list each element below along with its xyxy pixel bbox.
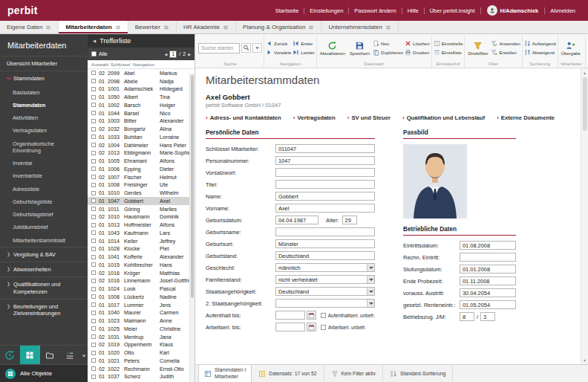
row-checkbox[interactable] xyxy=(91,159,96,164)
toolbar-button-direktfilter[interactable]: Direktfilter xyxy=(466,40,489,56)
input-vorsatzwort[interactable] xyxy=(275,168,375,177)
list-item[interactable]: 011024LookPascal xyxy=(88,285,189,293)
sidebar-item-qualifikationen-und-kompetenzen[interactable]: ❯Qualifikationen und Kompetenzen xyxy=(0,276,88,299)
toolbar-button-duplizieren[interactable]: Duplizieren xyxy=(373,49,403,56)
list-item[interactable]: 011010GerdesWilhelm xyxy=(88,189,189,197)
row-checkbox[interactable] xyxy=(91,326,96,331)
sidebar-item-geburtstagsliste[interactable]: Geburtstagsliste xyxy=(0,195,88,208)
statusbar-tab[interactable]: Stammdaten I Mitarbeiter xyxy=(198,365,252,382)
row-checkbox[interactable] xyxy=(91,366,96,371)
row-checkbox[interactable] xyxy=(91,103,96,107)
list-item[interactable]: 011028KlockePiet xyxy=(88,245,189,253)
record-nav-link-vertragsdaten[interactable]: ›Vertragsdaten xyxy=(293,114,336,121)
toolbar-button-übergabe[interactable]: Übergabe xyxy=(560,40,582,56)
row-checkbox[interactable] xyxy=(91,166,96,171)
row-checkbox[interactable] xyxy=(91,334,96,339)
header-link-startseite[interactable]: Startseite xyxy=(270,7,305,14)
input-betriebszug-j-m-1[interactable]: 8 xyxy=(460,312,474,321)
list-item[interactable]: 011040MaurerCarmen xyxy=(88,309,189,317)
list-item[interactable]: 021031MentrupJana xyxy=(88,333,189,341)
row-checkbox[interactable] xyxy=(91,135,96,139)
input-stufungsdatum[interactable]: 01.01.2008 xyxy=(460,265,516,273)
row-checkbox[interactable] xyxy=(91,198,96,203)
list-item[interactable]: 021007FischerHelmut xyxy=(88,173,189,181)
scroll-down-icon[interactable]: ▼ xyxy=(583,357,587,363)
search-input[interactable] xyxy=(198,43,240,54)
collapse-panel-icon[interactable]: ◀ xyxy=(93,39,96,43)
select-staatsangehörigkeit[interactable]: Deutschland xyxy=(275,287,375,296)
row-checkbox[interactable] xyxy=(91,127,96,132)
input-geburtsname[interactable] xyxy=(275,227,375,236)
tab-planung-organisation[interactable]: Planung & Organisation xyxy=(236,21,322,33)
search-options-caret[interactable] xyxy=(252,43,262,53)
filter-status[interactable]: Kein Filter aktiv xyxy=(324,365,383,382)
record-nav-link-qualifikation-und-lebenslauf[interactable]: ›Qualifikation und Lebenslauf xyxy=(402,114,485,121)
toolbar-button-speichern[interactable]: Speichern xyxy=(348,40,371,56)
row-checkbox[interactable] xyxy=(91,71,96,75)
row-checkbox[interactable] xyxy=(91,239,96,243)
row-checkbox[interactable] xyxy=(91,287,96,291)
row-checkbox[interactable] xyxy=(91,87,96,91)
prev-page-icon[interactable]: ◀ xyxy=(164,52,167,56)
input-ende-probezeit[interactable]: 01.11.2008 xyxy=(460,276,516,285)
sidebar-item-organisatorische-einordnung[interactable]: Organisatorische Einordnung xyxy=(0,137,88,158)
tab-mitarbeiterdaten[interactable]: Mitarbeiterdaten xyxy=(59,21,128,33)
user-menu[interactable]: H/Adamschiek xyxy=(481,5,545,16)
input-geburtsland[interactable]: Deutschland xyxy=(275,251,375,260)
history-button[interactable] xyxy=(0,346,20,364)
row-checkbox[interactable] xyxy=(91,262,96,267)
row-checkbox[interactable] xyxy=(91,375,96,379)
toolbar-button-erstellen[interactable]: Erstellen xyxy=(491,49,520,56)
row-checkbox[interactable] xyxy=(91,271,96,275)
row-checkbox[interactable] xyxy=(91,255,96,259)
sidebar-item-jubiläumsbrief[interactable]: Jubiläumsbrief xyxy=(0,221,88,233)
toolbar-button-einzelliste[interactable]: Einzelliste xyxy=(434,49,463,56)
header-link-über-perbit-insight[interactable]: Über perbit.insight xyxy=(425,7,481,14)
record-nav-link-sv-und-steuer[interactable]: ›SV und Steuer xyxy=(347,114,391,121)
list-item[interactable]: 021032BongartzAlina xyxy=(88,125,189,133)
list-item[interactable]: 021016KrögerMatthias xyxy=(88,269,189,277)
sort-status[interactable]: Standard-Sortierung xyxy=(383,365,453,382)
row-checkbox[interactable] xyxy=(91,207,96,211)
tab-hr-akademie[interactable]: HR Akademie xyxy=(177,21,236,33)
select-familienstand[interactable]: nicht verheiratet xyxy=(275,275,375,284)
toolbar-button-löschen[interactable]: Löschen xyxy=(405,40,430,47)
list-item[interactable]: 011043KaufmannLars xyxy=(88,229,189,237)
list-item[interactable]: 011047GobbertAxel xyxy=(88,197,189,205)
logout-link[interactable]: Abmelden xyxy=(544,7,581,14)
row-checkbox[interactable] xyxy=(91,183,96,187)
current-page[interactable]: 1 xyxy=(169,51,177,58)
checkbox-aufenthaltserl-unbefr[interactable] xyxy=(321,313,326,318)
scrollbar-thumb[interactable] xyxy=(583,77,587,131)
row-checkbox[interactable] xyxy=(91,279,96,283)
list-item[interactable]: 021013EbbigmannMarie-Sophie xyxy=(88,149,189,158)
list-item[interactable]: 011011GöringMarlies xyxy=(88,205,189,213)
sidebar-item-inventarliste[interactable]: Inventarliste xyxy=(0,169,88,182)
row-checkbox[interactable] xyxy=(91,215,96,219)
sidebar-item-vergütung-bav[interactable]: ❯Vergütung & BAV xyxy=(0,247,88,262)
record-nav-link-externe-dokumente[interactable]: ›Externe Dokumente xyxy=(497,114,555,121)
sidebar-item-mitarbeiterstammblatt[interactable]: Mitarbeiterstammblatt xyxy=(0,234,88,247)
scroll-up-icon[interactable]: ▲ xyxy=(583,69,587,76)
sidebar-item-geburtstagsbrief[interactable]: Geburtstagsbrief xyxy=(0,208,88,221)
input-betriebszug-j-m-2[interactable]: 3 xyxy=(480,312,495,321)
list-item[interactable]: 011033BuhitanLorraine xyxy=(88,133,189,141)
input-gesetzl-renteneintr[interactable]: 01.05.2054 xyxy=(460,300,516,309)
input-alter[interactable]: 29 xyxy=(342,216,357,224)
input-vorauss-austritt[interactable]: 30.04.2054 xyxy=(460,288,516,297)
toolbar-button-erster[interactable]: Erster xyxy=(293,40,314,47)
folder-button[interactable] xyxy=(40,346,60,364)
content-scrollbar[interactable]: ▲ ▼ xyxy=(581,68,588,364)
all-objects-button[interactable]: Alle Objekte xyxy=(0,364,88,382)
tasks-button[interactable] xyxy=(59,346,79,364)
row-checkbox[interactable] xyxy=(91,95,96,100)
list-item[interactable]: 021019OppenheimKlaus xyxy=(88,341,189,349)
sidebar-item-basisdaten[interactable]: Basisdaten xyxy=(0,86,88,99)
tab-bewerber[interactable]: Bewerber xyxy=(128,21,177,33)
input-geburtsort[interactable]: Münster xyxy=(275,239,375,248)
list-item[interactable]: 011001AdamschiekHildegard xyxy=(88,85,189,94)
result-list-scrollbar[interactable] xyxy=(189,74,195,382)
toolbar-button-aufsteigend[interactable]: Aufsteigend xyxy=(524,40,556,47)
objects-grid-button[interactable] xyxy=(20,346,40,364)
input-schlüssel-mitarbeiter[interactable]: 011047 xyxy=(275,144,375,153)
